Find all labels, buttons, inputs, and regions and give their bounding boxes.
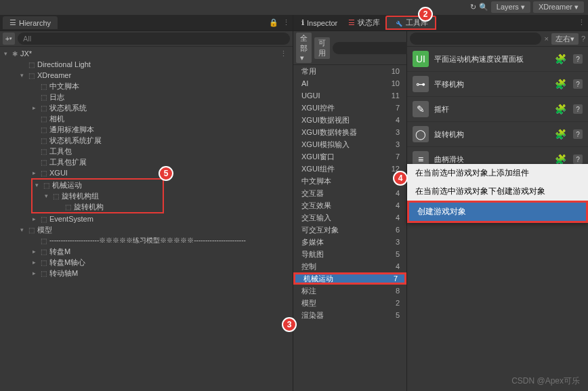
category-count: 7 bbox=[396, 104, 400, 112]
help-icon[interactable]: ? bbox=[573, 104, 583, 114]
puzzle-icon[interactable]: 🧩 bbox=[555, 54, 566, 64]
category-item[interactable]: 交互效果4 bbox=[293, 199, 406, 211]
category-item[interactable]: 中文脚本3 bbox=[293, 175, 406, 187]
filter-all[interactable]: 全部▾ bbox=[296, 33, 312, 63]
tool-label: 摇杆 bbox=[434, 104, 549, 115]
tree-item[interactable]: ⬚通用标准脚本 bbox=[0, 124, 293, 135]
filter-usable[interactable]: 可用 bbox=[314, 37, 330, 59]
category-label: 中文脚本 bbox=[301, 176, 331, 186]
tree-item[interactable]: ⬚中文脚本 bbox=[0, 81, 293, 91]
hierarchy-tab[interactable]: ☰ Hierarchy bbox=[3, 16, 58, 29]
tree-item[interactable]: ▸⬚转盘M bbox=[0, 246, 293, 257]
category-item[interactable]: 可交互对象6 bbox=[293, 224, 406, 236]
context-menu-item-selected[interactable]: 创建游戏对象 bbox=[407, 201, 588, 223]
category-count: 3 bbox=[396, 140, 400, 148]
callout-5: 5 bbox=[159, 166, 173, 181]
category-item[interactable]: XGUI数据视图4 bbox=[293, 114, 406, 126]
puzzle-icon[interactable]: 🧩 bbox=[555, 129, 566, 140]
category-item[interactable]: XGUI控件7 bbox=[293, 102, 406, 114]
category-item[interactable]: 控制4 bbox=[293, 260, 406, 272]
puzzle-icon[interactable]: 🧩 bbox=[555, 79, 566, 89]
tree-item[interactable]: ⬚旋转机构 bbox=[33, 201, 163, 212]
tree-item[interactable]: ⬚日志 bbox=[0, 91, 293, 102]
tool-item[interactable]: ◯旋转机构🧩? bbox=[407, 122, 588, 147]
category-item[interactable]: 交互器4 bbox=[293, 187, 406, 199]
category-item[interactable]: 标注8 bbox=[293, 285, 406, 297]
tab-state-lib[interactable]: ☰状态库 bbox=[343, 16, 385, 30]
category-item[interactable]: AI10 bbox=[293, 77, 406, 89]
layers-dropdown[interactable]: Layers▾ bbox=[491, 1, 530, 13]
search-icon[interactable]: 🔍 bbox=[479, 3, 488, 12]
layout-toggle[interactable]: 左右▾ bbox=[551, 33, 579, 45]
wrench-icon bbox=[394, 18, 403, 28]
cube-icon: ⬚ bbox=[41, 159, 47, 166]
tool-item[interactable]: UI平面运动机构速度设置面板🧩? bbox=[407, 47, 588, 72]
category-label: XGUI数据转换器 bbox=[301, 127, 357, 138]
puzzle-icon[interactable]: 🧩 bbox=[555, 154, 566, 165]
category-item[interactable]: XGUI模拟输入3 bbox=[293, 138, 406, 150]
tree-item[interactable]: ▸⬚EventSystem bbox=[0, 213, 293, 224]
puzzle-icon[interactable]: 🧩 bbox=[555, 104, 566, 115]
scene-root[interactable]: ▾✱JX*⋮ bbox=[0, 48, 293, 59]
category-item[interactable]: 机械运动7 bbox=[293, 272, 406, 285]
tool-label: 平面运动机构速度设置面板 bbox=[434, 54, 549, 64]
category-item[interactable]: 渲染器5 bbox=[293, 309, 406, 321]
tree-item[interactable]: ▸⬚XGUI bbox=[0, 167, 293, 178]
category-item[interactable]: 模型2 bbox=[293, 297, 406, 309]
tools-search[interactable] bbox=[410, 33, 541, 45]
help-icon[interactable]: ? bbox=[573, 54, 583, 64]
cube-icon: ⬚ bbox=[41, 248, 47, 255]
help-icon[interactable]: ? bbox=[573, 129, 583, 139]
tree-item[interactable]: ⬚Directional Light bbox=[0, 59, 293, 70]
category-list: 常用10AI10UGUI11XGUI控件7XGUI数据视图4XGUI数据转换器3… bbox=[293, 65, 406, 391]
category-column: 全部▾ 可用 常用10AI10UGUI11XGUI控件7XGUI数据视图4XGU… bbox=[293, 31, 407, 391]
help-icon[interactable]: ? bbox=[581, 35, 585, 43]
watermark: CSDN @Apex可乐 bbox=[511, 375, 580, 387]
tool-item[interactable]: ✎摇杆🧩? bbox=[407, 97, 588, 122]
lock-icon[interactable]: 🔒 bbox=[269, 18, 278, 27]
category-label: 多媒体 bbox=[301, 237, 324, 247]
tree-item[interactable]: ▸⬚转盘M轴心 bbox=[0, 257, 293, 268]
tree-item[interactable]: ▸⬚状态机系统 bbox=[0, 102, 293, 113]
category-item[interactable]: XGUI组件12 bbox=[293, 163, 406, 175]
tree-item[interactable]: ▸⬚转动轴M bbox=[0, 268, 293, 279]
category-label: 标注 bbox=[301, 286, 316, 296]
menu-icon[interactable]: ⋮ bbox=[282, 18, 290, 27]
category-item[interactable]: XGUI窗口7 bbox=[293, 150, 406, 163]
category-item[interactable]: 多媒体3 bbox=[293, 236, 406, 248]
tool-icon: ✎ bbox=[413, 101, 429, 117]
tree-item[interactable]: ⬚相机 bbox=[0, 113, 293, 124]
add-button[interactable]: +▾ bbox=[3, 33, 15, 45]
category-item[interactable]: 交互输入4 bbox=[293, 211, 406, 224]
category-label: XGUI组件 bbox=[301, 164, 335, 174]
tree-item-divider[interactable]: ⬚----------------------※※※※※练习模型※※※※※---… bbox=[0, 235, 293, 246]
tab-inspector[interactable]: ℹInspector bbox=[296, 16, 343, 29]
category-count: 4 bbox=[396, 116, 400, 124]
menu-icon[interactable]: ⋮ bbox=[578, 18, 585, 27]
menu-icon[interactable]: ⋮ bbox=[280, 49, 287, 58]
tool-icon: ◯ bbox=[413, 126, 429, 142]
tree-item-mechanical-motion[interactable]: ▾⬚机械运动 bbox=[33, 180, 163, 190]
tree-item[interactable]: ⬚工具包 bbox=[0, 146, 293, 157]
refresh-icon[interactable]: ↻ bbox=[470, 3, 476, 12]
category-item[interactable]: XGUI数据转换器3 bbox=[293, 126, 406, 138]
context-menu-item[interactable]: 在当前选中游戏对象下创建游戏对象 bbox=[407, 182, 588, 201]
tree-item[interactable]: ⬚状态机系统扩展 bbox=[0, 135, 293, 146]
category-item[interactable]: 导航图5 bbox=[293, 248, 406, 260]
close-icon[interactable]: × bbox=[544, 35, 548, 43]
chevron-down-icon: ▾ bbox=[521, 3, 525, 12]
hierarchy-search-input[interactable] bbox=[18, 33, 290, 45]
xdreamer-dropdown[interactable]: XDreamer▾ bbox=[533, 1, 584, 13]
tool-item[interactable]: ⊶平移机构🧩? bbox=[407, 72, 588, 97]
context-menu-item[interactable]: 在当前选中游戏对象上添加组件 bbox=[407, 164, 588, 182]
category-count: 5 bbox=[396, 311, 400, 319]
tree-item[interactable]: ▾⬚模型 bbox=[0, 224, 293, 235]
help-icon[interactable]: ? bbox=[573, 79, 583, 89]
tree-item[interactable]: ▾⬚XDreamer bbox=[0, 70, 293, 81]
category-item[interactable]: 常用10 bbox=[293, 65, 406, 77]
category-item[interactable]: UGUI11 bbox=[293, 89, 406, 102]
tree-item[interactable]: ▾⬚旋转机构组 bbox=[33, 190, 163, 201]
help-icon[interactable]: ? bbox=[573, 155, 583, 164]
tree-item[interactable]: ⬚工具包扩展 bbox=[0, 157, 293, 167]
category-count: 4 bbox=[396, 213, 400, 222]
